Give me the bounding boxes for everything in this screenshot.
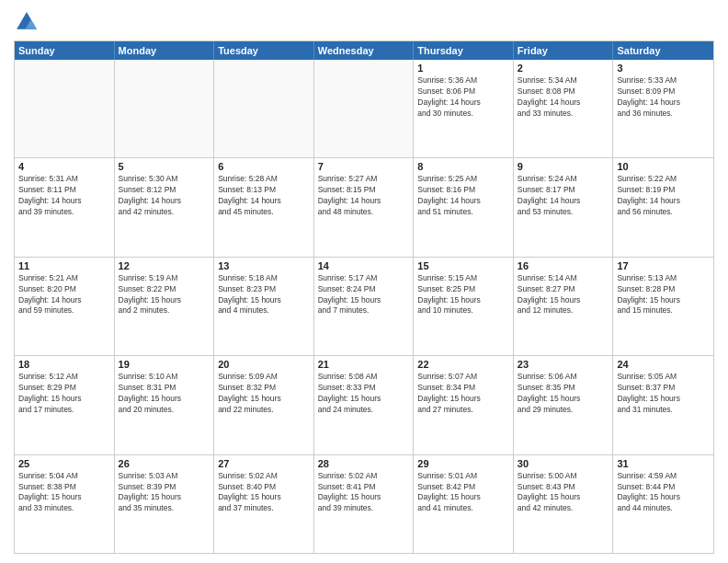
day-info: Sunrise: 4:59 AM Sunset: 8:44 PM Dayligh… — [617, 471, 710, 515]
day-number: 20 — [218, 359, 310, 370]
day-number: 15 — [417, 260, 509, 271]
calendar: SundayMondayTuesdayWednesdayThursdayFrid… — [14, 40, 714, 554]
day-cell-7: 7Sunrise: 5:27 AM Sunset: 8:15 PM Daylig… — [314, 158, 415, 256]
day-info: Sunrise: 5:09 AM Sunset: 8:32 PM Dayligh… — [218, 372, 310, 416]
weekday-header-thursday: Thursday — [414, 41, 514, 60]
day-info: Sunrise: 5:04 AM Sunset: 8:38 PM Dayligh… — [18, 471, 110, 515]
day-cell-9: 9Sunrise: 5:24 AM Sunset: 8:17 PM Daylig… — [514, 158, 614, 256]
day-cell-29: 29Sunrise: 5:01 AM Sunset: 8:42 PM Dayli… — [414, 455, 514, 553]
day-cell-28: 28Sunrise: 5:02 AM Sunset: 8:41 PM Dayli… — [314, 455, 415, 553]
day-info: Sunrise: 5:02 AM Sunset: 8:41 PM Dayligh… — [318, 471, 410, 515]
day-number: 12 — [119, 260, 210, 271]
day-cell-14: 14Sunrise: 5:17 AM Sunset: 8:24 PM Dayli… — [314, 258, 415, 355]
day-cell-25: 25Sunrise: 5:04 AM Sunset: 8:38 PM Dayli… — [15, 455, 115, 553]
day-info: Sunrise: 5:03 AM Sunset: 8:39 PM Dayligh… — [119, 471, 210, 515]
day-info: Sunrise: 5:07 AM Sunset: 8:34 PM Dayligh… — [417, 372, 509, 416]
day-info: Sunrise: 5:05 AM Sunset: 8:37 PM Dayligh… — [617, 372, 710, 416]
day-number: 16 — [518, 260, 609, 271]
empty-cell — [15, 60, 115, 157]
day-info: Sunrise: 5:14 AM Sunset: 8:27 PM Dayligh… — [518, 273, 609, 317]
calendar-row-4: 25Sunrise: 5:04 AM Sunset: 8:38 PM Dayli… — [15, 454, 713, 553]
day-cell-22: 22Sunrise: 5:07 AM Sunset: 8:34 PM Dayli… — [414, 356, 514, 454]
day-info: Sunrise: 5:10 AM Sunset: 8:31 PM Dayligh… — [119, 372, 210, 416]
day-info: Sunrise: 5:19 AM Sunset: 8:22 PM Dayligh… — [119, 273, 210, 317]
weekday-header-saturday: Saturday — [613, 41, 713, 60]
day-number: 1 — [417, 63, 509, 74]
day-number: 2 — [518, 63, 609, 74]
day-info: Sunrise: 5:15 AM Sunset: 8:25 PM Dayligh… — [417, 273, 509, 317]
header — [14, 9, 714, 35]
day-number: 11 — [18, 260, 110, 271]
day-info: Sunrise: 5:22 AM Sunset: 8:19 PM Dayligh… — [617, 174, 710, 218]
day-cell-3: 3Sunrise: 5:33 AM Sunset: 8:09 PM Daylig… — [613, 60, 713, 157]
empty-cell — [115, 60, 215, 157]
day-info: Sunrise: 5:17 AM Sunset: 8:24 PM Dayligh… — [318, 273, 410, 317]
day-number: 7 — [318, 161, 410, 172]
day-cell-19: 19Sunrise: 5:10 AM Sunset: 8:31 PM Dayli… — [115, 356, 215, 454]
day-cell-8: 8Sunrise: 5:25 AM Sunset: 8:16 PM Daylig… — [414, 158, 514, 256]
day-info: Sunrise: 5:21 AM Sunset: 8:20 PM Dayligh… — [18, 273, 110, 317]
day-cell-1: 1Sunrise: 5:36 AM Sunset: 8:06 PM Daylig… — [414, 60, 514, 157]
day-number: 18 — [18, 359, 110, 370]
day-info: Sunrise: 5:25 AM Sunset: 8:16 PM Dayligh… — [417, 174, 509, 218]
weekday-header-tuesday: Tuesday — [214, 41, 314, 60]
day-number: 28 — [318, 458, 410, 469]
day-info: Sunrise: 5:13 AM Sunset: 8:28 PM Dayligh… — [617, 273, 710, 317]
day-number: 24 — [617, 359, 710, 370]
page: SundayMondayTuesdayWednesdayThursdayFrid… — [0, 0, 728, 563]
day-number: 29 — [417, 458, 509, 469]
day-number: 4 — [18, 161, 110, 172]
day-cell-11: 11Sunrise: 5:21 AM Sunset: 8:20 PM Dayli… — [15, 258, 115, 355]
day-number: 8 — [417, 161, 509, 172]
day-info: Sunrise: 5:24 AM Sunset: 8:17 PM Dayligh… — [518, 174, 609, 218]
day-info: Sunrise: 5:27 AM Sunset: 8:15 PM Dayligh… — [318, 174, 410, 218]
day-number: 5 — [119, 161, 210, 172]
day-number: 6 — [218, 161, 310, 172]
day-info: Sunrise: 5:01 AM Sunset: 8:42 PM Dayligh… — [417, 471, 509, 515]
calendar-row-0: 1Sunrise: 5:36 AM Sunset: 8:06 PM Daylig… — [15, 60, 713, 157]
weekday-header-wednesday: Wednesday — [314, 41, 415, 60]
day-info: Sunrise: 5:28 AM Sunset: 8:13 PM Dayligh… — [218, 174, 310, 218]
day-cell-17: 17Sunrise: 5:13 AM Sunset: 8:28 PM Dayli… — [613, 258, 713, 355]
day-cell-26: 26Sunrise: 5:03 AM Sunset: 8:39 PM Dayli… — [115, 455, 215, 553]
day-cell-13: 13Sunrise: 5:18 AM Sunset: 8:23 PM Dayli… — [214, 258, 314, 355]
day-number: 26 — [119, 458, 210, 469]
day-info: Sunrise: 5:12 AM Sunset: 8:29 PM Dayligh… — [18, 372, 110, 416]
day-cell-30: 30Sunrise: 5:00 AM Sunset: 8:43 PM Dayli… — [514, 455, 614, 553]
day-info: Sunrise: 5:18 AM Sunset: 8:23 PM Dayligh… — [218, 273, 310, 317]
day-number: 3 — [617, 63, 710, 74]
day-number: 10 — [617, 161, 710, 172]
day-info: Sunrise: 5:30 AM Sunset: 8:12 PM Dayligh… — [119, 174, 210, 218]
day-cell-23: 23Sunrise: 5:06 AM Sunset: 8:35 PM Dayli… — [514, 356, 614, 454]
day-info: Sunrise: 5:36 AM Sunset: 8:06 PM Dayligh… — [417, 75, 509, 120]
day-cell-12: 12Sunrise: 5:19 AM Sunset: 8:22 PM Dayli… — [115, 258, 215, 355]
day-cell-31: 31Sunrise: 4:59 AM Sunset: 8:44 PM Dayli… — [613, 455, 713, 553]
day-cell-10: 10Sunrise: 5:22 AM Sunset: 8:19 PM Dayli… — [613, 158, 713, 256]
day-cell-5: 5Sunrise: 5:30 AM Sunset: 8:12 PM Daylig… — [115, 158, 215, 256]
day-number: 30 — [518, 458, 609, 469]
day-number: 25 — [18, 458, 110, 469]
day-info: Sunrise: 5:06 AM Sunset: 8:35 PM Dayligh… — [518, 372, 609, 416]
day-cell-4: 4Sunrise: 5:31 AM Sunset: 8:11 PM Daylig… — [15, 158, 115, 256]
day-number: 19 — [119, 359, 210, 370]
day-number: 22 — [417, 359, 509, 370]
day-cell-2: 2Sunrise: 5:34 AM Sunset: 8:08 PM Daylig… — [514, 60, 614, 157]
day-info: Sunrise: 5:08 AM Sunset: 8:33 PM Dayligh… — [318, 372, 410, 416]
day-cell-6: 6Sunrise: 5:28 AM Sunset: 8:13 PM Daylig… — [214, 158, 314, 256]
calendar-row-1: 4Sunrise: 5:31 AM Sunset: 8:11 PM Daylig… — [15, 157, 713, 256]
day-number: 21 — [318, 359, 410, 370]
calendar-header: SundayMondayTuesdayWednesdayThursdayFrid… — [15, 41, 713, 60]
weekday-header-monday: Monday — [115, 41, 215, 60]
day-number: 13 — [218, 260, 310, 271]
day-cell-21: 21Sunrise: 5:08 AM Sunset: 8:33 PM Dayli… — [314, 356, 415, 454]
day-number: 17 — [617, 260, 710, 271]
calendar-body: 1Sunrise: 5:36 AM Sunset: 8:06 PM Daylig… — [15, 60, 713, 553]
day-cell-15: 15Sunrise: 5:15 AM Sunset: 8:25 PM Dayli… — [414, 258, 514, 355]
day-cell-27: 27Sunrise: 5:02 AM Sunset: 8:40 PM Dayli… — [214, 455, 314, 553]
day-cell-16: 16Sunrise: 5:14 AM Sunset: 8:27 PM Dayli… — [514, 258, 614, 355]
empty-cell — [314, 60, 415, 157]
day-cell-24: 24Sunrise: 5:05 AM Sunset: 8:37 PM Dayli… — [613, 356, 713, 454]
day-info: Sunrise: 5:00 AM Sunset: 8:43 PM Dayligh… — [518, 471, 609, 515]
weekday-header-friday: Friday — [514, 41, 614, 60]
day-info: Sunrise: 5:33 AM Sunset: 8:09 PM Dayligh… — [617, 75, 710, 120]
